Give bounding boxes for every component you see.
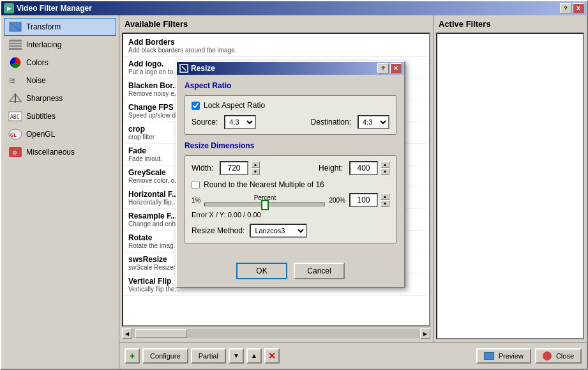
list-item[interactable]: Add Borders Add black boarders around th… — [124, 35, 428, 57]
height-input[interactable] — [349, 161, 378, 175]
close-label: Close — [556, 352, 574, 360]
active-filters-panel: Active Filters — [433, 15, 587, 342]
svg-text:GL: GL — [10, 133, 17, 137]
active-filters-list[interactable] — [436, 33, 584, 339]
subtitles-icon: ABC — [8, 111, 22, 122]
bottom-toolbar: + Configure Partial ▼ ▲ ✕ — [119, 342, 587, 369]
sidebar-item-colors[interactable]: Colors — [4, 54, 116, 72]
aspect-ratio-group: Lock Aspect Ratio Source: 4:3 16:9 1:1 D… — [185, 95, 396, 135]
resize-method-row: Resize Method: Lanzcos3 Bilinear Bicubic… — [192, 224, 389, 238]
percent-spin-down[interactable]: ▼ — [381, 200, 389, 207]
round-multiple-label: Round to the Nearest Multiple of 16 — [204, 180, 324, 189]
dialog-footer: OK Cancel — [177, 256, 404, 287]
dialog-title-buttons: ? ✕ — [377, 63, 402, 73]
filter-name: Add Borders — [128, 38, 424, 47]
round-multiple-checkbox[interactable] — [192, 181, 200, 189]
percent-input[interactable] — [349, 193, 378, 207]
sidebar-item-label: Subtitles — [26, 112, 56, 121]
ok-button[interactable]: OK — [236, 263, 287, 279]
height-spinner-buttons: ▲ ▼ — [381, 161, 389, 175]
horizontal-scrollbar[interactable]: ◀ ▶ — [122, 328, 430, 339]
sidebar-item-subtitles[interactable]: ABC Subtitles — [4, 107, 116, 125]
dialog-title: Resize — [191, 64, 215, 73]
sidebar-item-noise[interactable]: ≋ Noise — [4, 72, 116, 89]
height-spin-down[interactable]: ▼ — [381, 168, 389, 175]
source-label: Source: — [192, 118, 218, 127]
percent-spin-up[interactable]: ▲ — [381, 193, 389, 200]
close-icon — [543, 351, 552, 360]
remove-icon: ✕ — [268, 351, 276, 361]
sidebar-item-opengl[interactable]: GL OpenGL — [4, 125, 116, 143]
dialog-help-button[interactable]: ? — [377, 63, 389, 73]
sidebar-item-label: OpenGL — [26, 130, 55, 139]
add-filter-button[interactable]: + — [124, 348, 140, 364]
partial-button[interactable]: Partial — [191, 348, 226, 364]
move-down-button[interactable]: ▼ — [229, 348, 244, 364]
sidebar-item-label: Sharpness — [26, 94, 63, 103]
sidebar-item-label: Miscellaneous — [26, 148, 75, 157]
lock-aspect-row: Lock Aspect Ratio — [192, 101, 389, 110]
percent-slider-track[interactable] — [204, 203, 325, 206]
dialog-close-button[interactable]: ✕ — [390, 63, 402, 73]
title-bar-buttons: ? X — [560, 3, 584, 13]
scroll-left-button[interactable]: ◀ — [122, 328, 132, 339]
preview-button[interactable]: Preview — [476, 348, 531, 364]
width-spinner-buttons: ▲ ▼ — [251, 161, 260, 175]
sidebar-item-label: Interlacing — [26, 40, 61, 49]
destination-select[interactable]: 4:3 16:9 1:1 — [358, 115, 389, 129]
cancel-button[interactable]: Cancel — [294, 263, 345, 279]
filter-desc: Add black boarders around the image. — [128, 47, 424, 54]
source-select[interactable]: 4:3 16:9 1:1 — [224, 115, 256, 129]
sidebar-item-label: Colors — [26, 58, 49, 67]
app-icon: ▶ — [4, 3, 14, 13]
sidebar-item-interlacing[interactable]: Interlacing — [4, 36, 116, 54]
resize-method-label: Resize Method: — [192, 226, 245, 235]
percent-spinner-buttons: ▲ ▼ — [381, 193, 389, 207]
resize-dimensions-group: Width: ▲ ▼ Height: ▲ ▼ — [185, 155, 396, 243]
percent-min-label: 1% — [192, 197, 200, 204]
lock-aspect-checkbox[interactable] — [192, 102, 200, 110]
percent-max-label: 200% — [329, 197, 345, 204]
resize-dimensions-header: Resize Dimensions — [185, 141, 396, 150]
percent-spinner: ▲ ▼ — [349, 193, 389, 207]
misc-icon: ⚙ — [8, 146, 22, 158]
window-title: Video Filter Manager — [17, 4, 92, 13]
colors-icon — [8, 57, 22, 68]
percent-slider-thumb[interactable] — [261, 200, 269, 210]
resize-method-select[interactable]: Lanzcos3 Bilinear Bicubic Fast Bilinear — [250, 224, 307, 238]
source-dest-row: Source: 4:3 16:9 1:1 Destination: 4:3 16… — [192, 115, 389, 129]
width-spinner: ▲ ▼ — [220, 161, 260, 175]
error-label: Error X / Y: — [192, 211, 226, 219]
destination-label: Destination: — [311, 118, 351, 127]
sidebar-item-sharpness[interactable]: Sharpness — [4, 89, 116, 107]
noise-icon: ≋ — [8, 75, 22, 86]
resize-dialog: Resize ? ✕ Aspect Ratio Lock Aspect Rati… — [176, 61, 405, 288]
title-bar-left: ▶ Video Filter Manager — [4, 3, 92, 13]
sidebar-item-label: Transform — [26, 22, 61, 31]
scroll-track[interactable] — [132, 329, 420, 338]
lock-aspect-label: Lock Aspect Ratio — [204, 101, 265, 110]
width-spin-up[interactable]: ▲ — [251, 161, 260, 168]
up-arrow-icon: ▲ — [251, 352, 257, 359]
window-close-button[interactable]: X — [573, 3, 584, 13]
help-button[interactable]: ? — [560, 3, 571, 13]
scroll-thumb[interactable] — [135, 329, 186, 338]
height-spinner: ▲ ▼ — [349, 161, 389, 175]
sharpness-icon — [8, 93, 22, 104]
toolbar-right: Preview Close — [476, 348, 582, 364]
resize-dialog-icon — [179, 64, 188, 73]
sidebar-item-miscellaneous[interactable]: ⚙ Miscellaneous — [4, 143, 116, 161]
remove-filter-button[interactable]: ✕ — [264, 348, 280, 364]
percent-center: Percent — [204, 194, 325, 206]
move-up-button[interactable]: ▲ — [246, 348, 262, 364]
width-input[interactable] — [220, 161, 248, 175]
configure-button[interactable]: Configure — [142, 348, 188, 364]
toolbar-left: + Configure Partial ▼ ▲ ✕ — [124, 348, 280, 364]
width-spin-down[interactable]: ▼ — [251, 168, 260, 175]
close-button[interactable]: Close — [535, 348, 582, 364]
scroll-right-button[interactable]: ▶ — [420, 328, 430, 339]
sidebar-item-transform[interactable]: Transform — [4, 18, 116, 36]
height-spin-up[interactable]: ▲ — [381, 161, 389, 168]
preview-icon — [484, 352, 494, 360]
width-label: Width: — [192, 164, 213, 173]
